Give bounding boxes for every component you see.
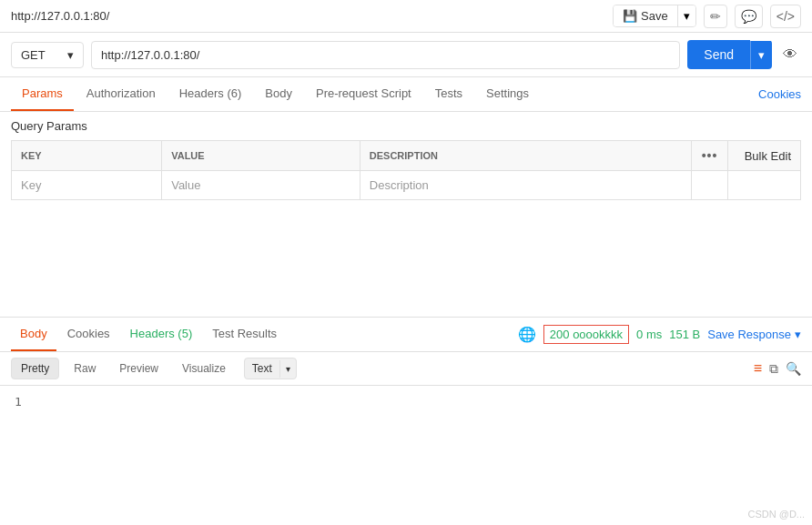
copy-icon-button[interactable]: ⧉	[769, 361, 778, 377]
format-visualize-button[interactable]: Visualize	[173, 358, 235, 379]
param-more-cell	[692, 171, 728, 200]
line-number: 1	[15, 395, 22, 409]
format-bar: Pretty Raw Preview Visualize Text ▾ ≡ ⧉ …	[0, 352, 812, 386]
save-icon: 💾	[623, 9, 637, 23]
search-icon-button[interactable]: 🔍	[786, 361, 801, 376]
sidebar-toggle-icon[interactable]: 👁	[779, 43, 801, 66]
response-tab-body[interactable]: Body	[11, 318, 56, 351]
response-tab-cookies[interactable]: Cookies	[58, 318, 119, 351]
send-button-group[interactable]: Send ▾	[687, 40, 772, 69]
filter-icon-button[interactable]: ≡	[754, 360, 762, 377]
method-label: GET	[21, 48, 46, 62]
request-tabs: Params Authorization Headers (6) Body Pr…	[0, 77, 812, 112]
tab-tests[interactable]: Tests	[424, 77, 473, 111]
url-bar: GET ▾ Send ▾ 👁	[0, 33, 812, 77]
save-button-group[interactable]: 💾 Save ▾	[613, 5, 696, 27]
text-format-label: Text	[245, 358, 279, 379]
format-pretty-button[interactable]: Pretty	[11, 358, 59, 379]
param-key-cell[interactable]: Key	[12, 171, 162, 200]
title-bar: http://127.0.0.1:80/ 💾 Save ▾ ✏ 💬 </>	[0, 0, 812, 33]
col-description-header: DESCRIPTION	[360, 141, 691, 171]
method-select[interactable]: GET ▾	[11, 42, 84, 68]
format-raw-button[interactable]: Raw	[65, 358, 105, 379]
request-empty-space	[0, 207, 812, 317]
save-button[interactable]: 💾 Save	[614, 5, 677, 26]
response-tab-headers[interactable]: Headers (5)	[121, 318, 202, 351]
col-bulk-header: Bulk Edit	[728, 141, 801, 171]
comment-icon-button[interactable]: 💬	[735, 5, 763, 28]
tab-body[interactable]: Body	[254, 77, 303, 111]
tab-prerequest[interactable]: Pre-request Script	[305, 77, 422, 111]
col-value-header: VALUE	[162, 141, 360, 171]
response-time: 0 ms	[636, 328, 662, 341]
table-row: Key Value Description	[12, 171, 801, 200]
title-url: http://127.0.0.1:80/	[11, 9, 109, 23]
response-size: 151 B	[669, 328, 700, 341]
response-meta: 🌐 200 ooookkkk 0 ms 151 B Save Response …	[518, 325, 801, 344]
response-status: 200 ooookkkk	[543, 325, 629, 344]
send-dropdown-button[interactable]: ▾	[750, 41, 772, 69]
col-more-header: •••	[692, 141, 728, 171]
tab-headers[interactable]: Headers (6)	[168, 77, 253, 111]
col-key-header: KEY	[12, 141, 162, 171]
format-bar-right: ≡ ⧉ 🔍	[754, 360, 801, 377]
title-bar-right: 💾 Save ▾ ✏ 💬 </>	[613, 5, 801, 28]
globe-icon[interactable]: 🌐	[518, 326, 536, 343]
param-bulk-cell	[728, 171, 801, 200]
save-dropdown-button[interactable]: ▾	[677, 5, 695, 26]
title-bar-left: http://127.0.0.1:80/	[11, 9, 109, 23]
query-params-table: KEY VALUE DESCRIPTION ••• Bulk Edit Key …	[11, 140, 801, 200]
method-dropdown-arrow: ▾	[67, 48, 74, 62]
query-params-label: Query Params	[11, 119, 801, 133]
tab-authorization[interactable]: Authorization	[76, 77, 167, 111]
url-input[interactable]	[91, 41, 680, 69]
save-response-button[interactable]: Save Response ▾	[707, 328, 801, 341]
response-tab-testresults[interactable]: Test Results	[203, 318, 286, 351]
send-button[interactable]: Send	[687, 40, 750, 69]
tab-params[interactable]: Params	[11, 77, 74, 111]
code-icon-button[interactable]: </>	[770, 5, 801, 28]
more-dots-icon[interactable]: •••	[702, 148, 718, 163]
bulk-edit-button[interactable]: Bulk Edit	[745, 149, 791, 163]
edit-icon-button[interactable]: ✏	[704, 5, 727, 28]
format-preview-button[interactable]: Preview	[110, 358, 167, 379]
text-format-arrow[interactable]: ▾	[279, 360, 296, 378]
tabs-right: Cookies	[758, 87, 801, 101]
response-tabs-bar: Body Cookies Headers (5) Test Results 🌐 …	[0, 318, 812, 352]
cookies-link[interactable]: Cookies	[758, 78, 801, 110]
query-params-section: Query Params KEY VALUE DESCRIPTION ••• B…	[0, 112, 812, 207]
tab-settings[interactable]: Settings	[475, 77, 540, 111]
param-value-cell[interactable]: Value	[162, 171, 360, 200]
text-format-select[interactable]: Text ▾	[244, 358, 297, 379]
response-body: 1	[0, 386, 812, 418]
param-description-cell[interactable]: Description	[360, 171, 691, 200]
